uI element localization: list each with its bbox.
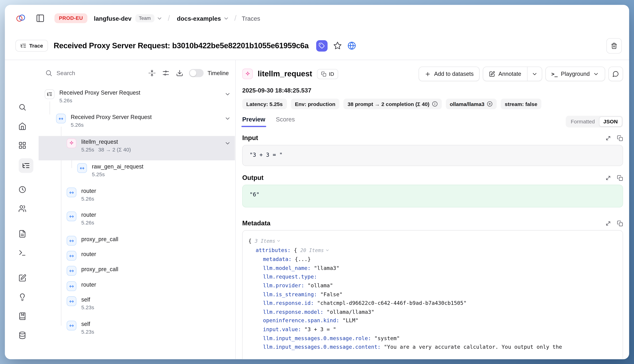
- json-line: openinference.span.kind:"LLM": [248, 316, 617, 325]
- tree-row-label: Received Proxy Server Request: [71, 114, 152, 120]
- tree-row-label: litellm_request: [81, 138, 131, 145]
- chevron-down-icon[interactable]: [223, 15, 229, 22]
- project-name[interactable]: docs-examples: [177, 15, 221, 22]
- tree-row-span[interactable]: ↔ self5.23s: [39, 318, 235, 337]
- playground-terminal-icon[interactable]: [18, 249, 26, 257]
- timeline-toggle[interactable]: [189, 69, 203, 77]
- tree-row-span[interactable]: ↔ self5.23s: [39, 294, 235, 313]
- span-node-icon: ↔: [67, 321, 76, 330]
- copy-icon[interactable]: [617, 175, 623, 181]
- copy-icon[interactable]: [617, 220, 623, 226]
- json-value: "False": [320, 291, 343, 298]
- expand-icon[interactable]: [605, 175, 611, 181]
- tree-row-label: router: [81, 251, 96, 257]
- playground-label: Playground: [561, 70, 590, 77]
- tab-scores[interactable]: Scores: [276, 116, 295, 127]
- expand-icon[interactable]: [605, 220, 611, 226]
- tree-row-span[interactable]: ↔ router5.26s: [39, 185, 235, 204]
- json-key: metadata:: [263, 256, 292, 262]
- breadcrumb-traces[interactable]: Traces: [242, 15, 260, 22]
- chevron-down-icon: [593, 71, 599, 77]
- search-icon[interactable]: [18, 103, 26, 111]
- view-toggle-formatted[interactable]: Formatted: [567, 117, 599, 126]
- input-section-header: Input: [242, 134, 623, 142]
- chevron-down-icon[interactable]: [225, 91, 231, 98]
- expand-icon[interactable]: [605, 135, 611, 141]
- view-toggle: Formatted JSON: [566, 116, 623, 128]
- tree-settings-icon[interactable]: [162, 69, 169, 77]
- copy-icon[interactable]: [617, 135, 623, 141]
- playground-button[interactable]: >_ Playground: [545, 66, 605, 81]
- json-value: "You are a very accurate calculator. You…: [384, 344, 562, 350]
- trash-icon: [611, 42, 617, 49]
- collapse-chevron-icon[interactable]: [325, 248, 329, 252]
- tree-row-duration: 5.26s: [59, 98, 140, 104]
- pen-icon: [489, 71, 495, 77]
- tree-row-span[interactable]: ↔ router: [39, 248, 235, 263]
- breadcrumb-separator: /: [168, 14, 170, 23]
- tree-row-generation-selected[interactable]: litellm_request 5.25s38 → 2 (Σ 40): [39, 136, 235, 160]
- lightbulb-icon[interactable]: [18, 293, 26, 301]
- id-chip-label: ID: [329, 71, 334, 77]
- prompts-file-icon[interactable]: [18, 230, 26, 238]
- nav-rail: [5, 60, 39, 359]
- info-icon[interactable]: [432, 101, 438, 107]
- json-line: llm.provider:"ollama": [248, 281, 617, 290]
- tree-row-span[interactable]: ↔ proxy_pre_call: [39, 234, 235, 248]
- tree-row-span[interactable]: ↔ proxy_pre_call: [39, 264, 235, 278]
- chevron-down-icon[interactable]: [225, 115, 231, 122]
- search-input[interactable]: [56, 70, 100, 76]
- tree-row-span[interactable]: ↔ Received Proxy Server Request5.26s: [39, 111, 235, 130]
- view-toggle-json[interactable]: JSON: [599, 116, 622, 127]
- json-line: llm.model_name:"llama3": [248, 264, 617, 272]
- json-line: attributes:{20 Items: [248, 246, 617, 255]
- public-globe-icon[interactable]: [347, 42, 356, 50]
- org-name[interactable]: langfuse-dev: [94, 15, 131, 22]
- plus-circle-icon[interactable]: [487, 101, 493, 107]
- tree-row-span[interactable]: ↔ router: [39, 279, 235, 294]
- chevron-down-icon[interactable]: [225, 140, 231, 146]
- observation-header: litellm_request ID Add to datasets Annot…: [242, 66, 623, 82]
- users-icon[interactable]: [18, 205, 26, 213]
- observation-actions: Add to datasets Annotate >_ Playground: [419, 66, 623, 81]
- sidebar-toggle-icon[interactable]: [36, 14, 45, 23]
- copy-id-button[interactable]: ID: [317, 69, 338, 79]
- annotate-button[interactable]: Annotate: [483, 67, 527, 81]
- chevron-down-icon[interactable]: [156, 15, 162, 22]
- app-header: PROD-EU langfuse-dev Team / docs-example…: [5, 5, 629, 32]
- tree-row-duration: 5.26s: [71, 122, 152, 128]
- tree-row-duration: 5.26s: [81, 196, 96, 202]
- tree-row-span[interactable]: ↔ raw_gen_ai_request5.25s: [39, 161, 235, 180]
- tab-preview[interactable]: Preview: [242, 116, 265, 127]
- json-value: "LLM": [342, 318, 358, 324]
- add-to-datasets-button[interactable]: Add to datasets: [419, 66, 480, 81]
- evals-book-icon[interactable]: [18, 312, 26, 320]
- sessions-clock-icon[interactable]: [18, 186, 26, 194]
- detail-tabs: Preview Scores Formatted JSON: [242, 116, 623, 128]
- delete-trace-button[interactable]: [606, 38, 622, 53]
- dashboards-icon[interactable]: [18, 141, 26, 149]
- annotation-pen-icon[interactable]: [18, 274, 26, 282]
- download-icon[interactable]: [176, 69, 183, 77]
- comments-button[interactable]: [608, 66, 623, 81]
- datasets-database-icon[interactable]: [18, 331, 26, 339]
- annotate-dropdown-button[interactable]: [527, 67, 542, 81]
- tree-row-trace-root[interactable]: Received Proxy Server Request5.26s: [39, 87, 235, 106]
- langfuse-logo[interactable]: [16, 13, 26, 24]
- star-bookmark-icon[interactable]: [333, 42, 342, 50]
- json-key: openinference.span.kind:: [263, 318, 339, 324]
- tracing-icon[interactable]: [22, 162, 30, 170]
- input-heading: Input: [242, 134, 258, 142]
- home-icon[interactable]: [18, 122, 26, 130]
- metadata-json-viewer: {3 Items attributes:{20 Items metadata:{…: [242, 230, 623, 359]
- tree-row-span[interactable]: ↔ router5.26s: [39, 209, 235, 228]
- fold-tree-icon[interactable]: [148, 69, 155, 77]
- tag-button[interactable]: [316, 40, 327, 52]
- metadata-heading: Metadata: [242, 220, 270, 227]
- json-value: "chatcmpl-d96622c0-c642-446f-b9ad-b7a430…: [317, 300, 467, 306]
- breadcrumb-separator: /: [235, 14, 237, 23]
- collapse-chevron-icon[interactable]: [277, 239, 281, 243]
- trace-type-chip: Trace: [16, 40, 48, 52]
- app-window: PROD-EU langfuse-dev Team / docs-example…: [5, 5, 629, 359]
- token-usage-badge: 38 prompt → 2 completion (Σ 40): [344, 99, 442, 109]
